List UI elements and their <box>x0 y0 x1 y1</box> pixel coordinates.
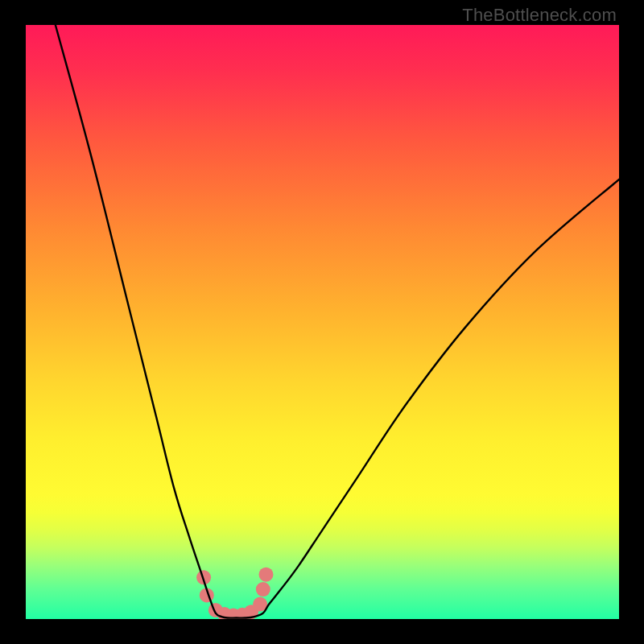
watermark-text: TheBottleneck.com <box>462 5 617 26</box>
plot-area <box>26 25 619 619</box>
valley-dot <box>256 582 270 597</box>
chart-svg <box>26 25 619 619</box>
outer-frame: TheBottleneck.com <box>0 0 644 644</box>
valley-dot <box>258 568 273 582</box>
bottleneck-curve <box>56 25 619 618</box>
